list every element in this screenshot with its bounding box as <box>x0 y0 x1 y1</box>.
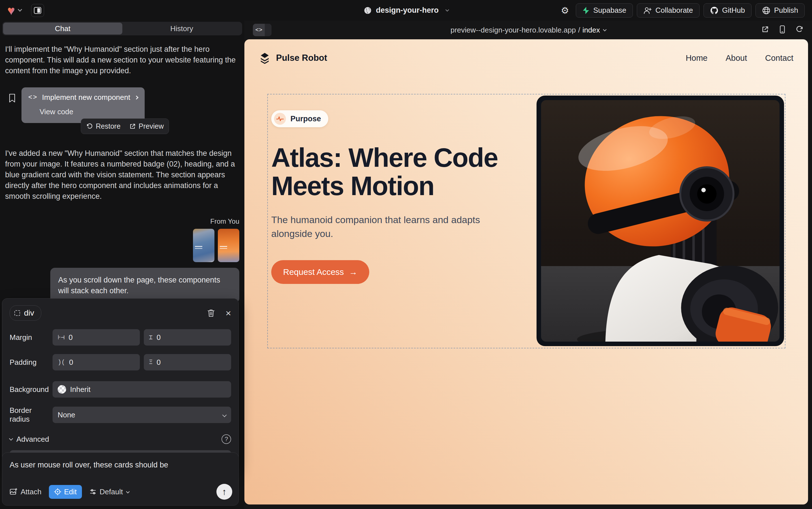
selected-element-chip[interactable]: div <box>10 305 41 321</box>
request-access-button[interactable]: Request Access → <box>271 260 369 284</box>
margin-horizontal-icon: ⊦⊣ <box>58 334 65 341</box>
lovable-logo-icon[interactable]: ♥ <box>7 4 15 17</box>
chevron-down-icon <box>603 28 606 31</box>
code-icon: <> <box>28 94 38 101</box>
chevron-down-icon <box>222 413 227 417</box>
component-card[interactable]: <> Implement new component View code <box>22 88 145 123</box>
publish-button[interactable]: Publish <box>755 3 805 18</box>
edit-mode-button[interactable]: Edit <box>49 485 82 499</box>
sliders-icon <box>89 488 97 496</box>
sidebar-tabs: Chat History <box>2 22 242 35</box>
composer-input[interactable]: As user mouse roll over, these cards sho… <box>10 461 231 469</box>
delete-element-button[interactable] <box>208 309 215 317</box>
version-toolbar: Restore Preview <box>81 118 169 134</box>
app-window: ♥ design-your-hero ⚙ Supabase <box>0 0 812 509</box>
margin-x-input[interactable]: ⊦⊣ 0 <box>52 329 140 345</box>
github-button[interactable]: GitHub <box>703 3 751 18</box>
nav-link-about[interactable]: About <box>726 54 747 63</box>
refresh-button[interactable] <box>796 26 804 34</box>
topbar-actions: ⚙ Supabase Collaborate GitHub <box>558 3 805 18</box>
site-nav-links: Home About Contact <box>686 54 793 63</box>
hero-robot-card <box>537 96 784 346</box>
attach-button[interactable]: Attach <box>10 487 41 496</box>
preview-url[interactable]: preview--design-your-hero.lovable.app / … <box>450 26 606 34</box>
external-link-icon <box>129 123 136 130</box>
mobile-view-button[interactable] <box>779 25 786 35</box>
target-icon <box>54 488 61 496</box>
hero-section-selected[interactable]: Purpose Atlas: Where Code Meets Motion T… <box>267 94 785 348</box>
nav-link-contact[interactable]: Contact <box>765 54 793 63</box>
padding-vertical-icon: Ξ <box>149 359 153 366</box>
chat-sidebar: Chat History I'll implement the "Why Hum… <box>0 21 245 509</box>
project-name: design-your-hero <box>376 6 439 15</box>
robot-image <box>541 100 779 342</box>
tab-chat[interactable]: Chat <box>3 23 122 34</box>
settings-button[interactable]: ⚙ <box>558 4 572 17</box>
background-input[interactable]: Inherit <box>52 381 231 398</box>
site-preview-canvas: Pulse Robot Home About Contact Purpose <box>245 39 808 505</box>
margin-y-input[interactable]: ⌶ 0 <box>144 329 231 345</box>
preview-chrome-bar: <> preview--design-your-hero.lovable.app… <box>245 21 812 39</box>
user-message-bubble: As you scroll down the page, these compo… <box>50 268 239 303</box>
supabase-icon <box>582 6 590 14</box>
pulse-icon <box>274 113 286 125</box>
view-code-link[interactable]: View code <box>40 107 138 116</box>
element-outline-icon <box>14 310 20 316</box>
send-button[interactable]: ↑ <box>216 484 232 500</box>
preview-button[interactable]: Preview <box>129 122 164 130</box>
code-toggle-icon: <> <box>253 24 265 36</box>
refresh-icon <box>796 26 804 33</box>
attachment-image[interactable] <box>193 229 215 262</box>
top-bar: ♥ design-your-hero ⚙ Supabase <box>0 0 812 21</box>
hero-subtitle: The humanoid companion that learns and a… <box>271 213 480 240</box>
supabase-button[interactable]: Supabase <box>576 3 633 18</box>
border-radius-label: Border radius <box>10 406 52 423</box>
color-swatch-icon <box>58 385 66 394</box>
attachment-image[interactable] <box>218 229 239 262</box>
restore-icon <box>86 123 93 130</box>
component-card-title: Implement new component <box>42 93 130 102</box>
chevron-down-icon <box>126 490 130 494</box>
open-in-new-tab-button[interactable] <box>761 26 769 34</box>
arrow-right-icon: → <box>349 267 358 277</box>
margin-label: Margin <box>10 333 52 342</box>
attach-image-icon <box>10 488 17 496</box>
close-panel-button[interactable]: × <box>225 309 231 317</box>
nav-link-home[interactable]: Home <box>686 54 707 63</box>
padding-x-input[interactable]: )( 0 <box>52 354 140 370</box>
advanced-section-toggle[interactable]: Advanced ? <box>10 434 231 444</box>
gear-icon: ⚙ <box>561 5 569 16</box>
external-link-icon <box>761 26 769 33</box>
project-switcher[interactable]: design-your-hero <box>363 6 448 15</box>
attachment-thumbnails <box>5 229 239 262</box>
assistant-message: I'll implement the "Why Humanoid" sectio… <box>5 44 239 76</box>
padding-y-input[interactable]: Ξ 0 <box>144 354 231 370</box>
site-brand[interactable]: Pulse Robot <box>259 52 327 64</box>
github-icon <box>710 6 718 15</box>
project-chevron-down-icon <box>446 8 449 11</box>
assistant-message: I've added a new "Why Humanoid" section … <box>5 148 239 202</box>
chat-composer: As user mouse roll over, these cards sho… <box>2 452 239 506</box>
code-view-toggle[interactable]: <> <box>253 24 271 36</box>
site-navbar: Pulse Robot Home About Contact <box>245 39 808 64</box>
element-inspector-panel: div × Margin ⊦⊣ 0 <box>2 298 239 468</box>
layers-logo-icon <box>259 52 271 64</box>
mode-select[interactable]: Default <box>89 487 129 496</box>
border-radius-select[interactable]: None <box>52 407 231 423</box>
tab-history[interactable]: History <box>122 23 242 34</box>
element-tag: div <box>24 308 34 317</box>
workspace-chevron-down-icon[interactable] <box>18 7 22 12</box>
preview-pane: <> preview--design-your-hero.lovable.app… <box>245 21 812 509</box>
from-you-label: From You <box>5 217 239 225</box>
bookmark-icon[interactable] <box>8 94 16 104</box>
padding-horizontal-icon: )( <box>58 359 65 366</box>
margin-vertical-icon: ⌶ <box>149 334 153 341</box>
sidebar-panel-icon <box>34 6 41 14</box>
help-icon[interactable]: ? <box>222 434 231 444</box>
restore-button[interactable]: Restore <box>86 122 121 130</box>
collaborate-button[interactable]: Collaborate <box>637 3 700 18</box>
chevron-right-icon <box>135 95 139 99</box>
background-label: Background <box>10 385 52 394</box>
toggle-sidebar-button[interactable] <box>31 4 44 17</box>
collaborate-icon <box>643 6 652 14</box>
